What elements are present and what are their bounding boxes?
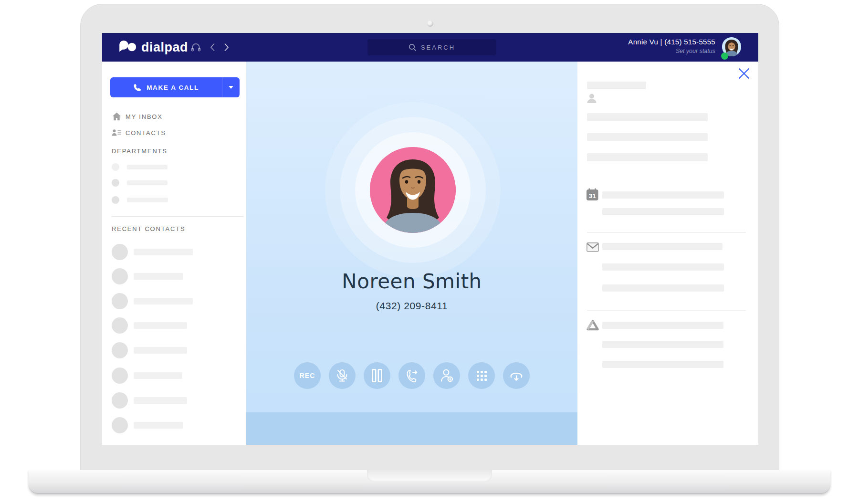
close-panel-button[interactable] xyxy=(738,67,751,80)
end-call-button[interactable] xyxy=(503,362,530,389)
dialpad-logo-icon xyxy=(118,40,136,55)
contact-skeleton-bar xyxy=(134,273,183,280)
context-skeleton-bar xyxy=(587,133,708,141)
sidebar: MAKE A CALL MY INBOX xyxy=(102,62,246,445)
set-status-link[interactable]: Set your status xyxy=(628,48,715,54)
recent-contacts-header: RECENT CONTACTS xyxy=(112,225,185,232)
calendar-skeleton-bar xyxy=(602,208,724,215)
search-icon xyxy=(409,43,417,52)
close-icon xyxy=(738,68,751,79)
department-skeleton-bar xyxy=(127,180,168,185)
dialpad-logo-text: dialpad xyxy=(141,40,188,55)
contact-skeleton-bar xyxy=(134,249,193,255)
contact-skeleton-bar xyxy=(134,298,193,304)
department-skeleton-bar xyxy=(127,165,168,169)
sidebar-item-contacts[interactable]: CONTACTS xyxy=(102,126,246,140)
keypad-button[interactable] xyxy=(468,362,495,389)
user-display-name: Annie Vu | (415) 515-5555 xyxy=(628,38,715,46)
google-calendar-icon: 31 xyxy=(586,188,599,203)
contact-skeleton-bar xyxy=(134,422,183,429)
add-participant-button[interactable] xyxy=(433,362,460,389)
user-status-block[interactable]: Annie Vu | (415) 515-5555 Set your statu… xyxy=(628,38,715,54)
hold-button[interactable] xyxy=(364,362,390,389)
context-panel: 31 xyxy=(577,62,758,445)
pause-icon xyxy=(372,369,382,382)
contacts-label: CONTACTS xyxy=(126,129,166,136)
record-label: REC xyxy=(299,372,315,379)
keypad-icon xyxy=(477,371,487,381)
contact-skeleton-avatar xyxy=(112,317,128,334)
search-placeholder: SEARCH xyxy=(421,44,455,51)
microphone-muted-icon xyxy=(335,369,349,382)
context-divider xyxy=(587,310,746,311)
contact-skeleton-bar xyxy=(134,397,187,404)
contact-avatar xyxy=(370,147,456,233)
departments-header: DEPARTMENTS xyxy=(112,147,168,155)
gmail-icon xyxy=(587,242,599,254)
home-icon xyxy=(112,112,121,121)
person-icon xyxy=(587,93,597,105)
contact-skeleton-avatar xyxy=(112,392,128,409)
calendar-skeleton-bar xyxy=(602,191,724,199)
dialpad-logo: dialpad xyxy=(118,33,188,62)
chevron-right-icon[interactable] xyxy=(224,43,230,52)
department-skeleton-avatar xyxy=(112,196,119,204)
topbar: dialpad xyxy=(102,33,758,62)
make-a-call-dropdown-toggle[interactable] xyxy=(222,77,240,97)
laptop-base-notch xyxy=(367,470,492,482)
dialpad-app-window: dialpad xyxy=(102,33,758,445)
contact-number: (432) 209-8411 xyxy=(246,300,577,312)
mute-button[interactable] xyxy=(329,362,356,389)
google-drive-icon xyxy=(587,319,599,333)
contact-skeleton-avatar xyxy=(112,368,128,384)
drive-skeleton-bar xyxy=(602,322,723,329)
department-skeleton-avatar xyxy=(112,179,119,187)
phone-forward-icon xyxy=(406,369,419,382)
chevron-down-icon xyxy=(229,86,233,89)
context-skeleton-bar xyxy=(587,113,708,121)
search-input[interactable]: SEARCH xyxy=(367,39,496,55)
person-add-icon xyxy=(440,369,453,382)
topbar-nav xyxy=(191,33,230,62)
chevron-left-icon[interactable] xyxy=(210,43,215,52)
contact-skeleton-avatar xyxy=(112,268,128,284)
my-inbox-label: MY INBOX xyxy=(126,113,163,120)
transfer-call-button[interactable] xyxy=(398,362,425,389)
user-avatar[interactable] xyxy=(722,37,741,56)
gmail-skeleton-bar xyxy=(602,284,724,292)
call-panel-bottom-strip xyxy=(246,412,577,445)
contacts-icon xyxy=(112,129,121,136)
record-button[interactable]: REC xyxy=(294,362,321,389)
make-a-call-main[interactable]: MAKE A CALL xyxy=(110,77,222,97)
call-controls: REC xyxy=(294,362,530,389)
contact-skeleton-bar xyxy=(134,347,187,354)
contact-skeleton-bar xyxy=(134,372,182,379)
contact-skeleton-bar xyxy=(134,322,187,329)
contact-skeleton-avatar xyxy=(112,293,128,309)
laptop-base xyxy=(29,470,830,494)
presence-available-dot xyxy=(721,52,728,60)
phone-hangup-icon xyxy=(510,370,523,382)
context-skeleton-bar xyxy=(587,153,708,161)
gmail-skeleton-bar xyxy=(602,263,724,271)
make-a-call-label: MAKE A CALL xyxy=(147,84,199,91)
contact-skeleton-avatar xyxy=(112,342,128,358)
phone-icon xyxy=(133,84,141,92)
laptop-camera-dot xyxy=(427,21,433,27)
contact-name: Noreen Smith xyxy=(246,270,577,293)
make-a-call-button[interactable]: MAKE A CALL xyxy=(110,77,240,97)
headset-icon[interactable] xyxy=(191,42,201,52)
laptop-mockup: dialpad xyxy=(0,0,859,504)
contact-skeleton-avatar xyxy=(112,417,128,433)
sidebar-divider xyxy=(112,216,243,217)
svg-text:31: 31 xyxy=(589,192,597,200)
department-skeleton-avatar xyxy=(112,163,119,171)
sidebar-item-my-inbox[interactable]: MY INBOX xyxy=(102,109,246,124)
active-call-panel: Noreen Smith (432) 209-8411 REC xyxy=(246,62,577,445)
laptop-bezel: dialpad xyxy=(80,4,779,472)
department-skeleton-bar xyxy=(127,198,168,202)
drive-skeleton-bar xyxy=(602,341,723,348)
contact-skeleton-avatar xyxy=(112,244,128,260)
gmail-skeleton-bar xyxy=(602,243,723,250)
context-divider xyxy=(587,232,746,233)
